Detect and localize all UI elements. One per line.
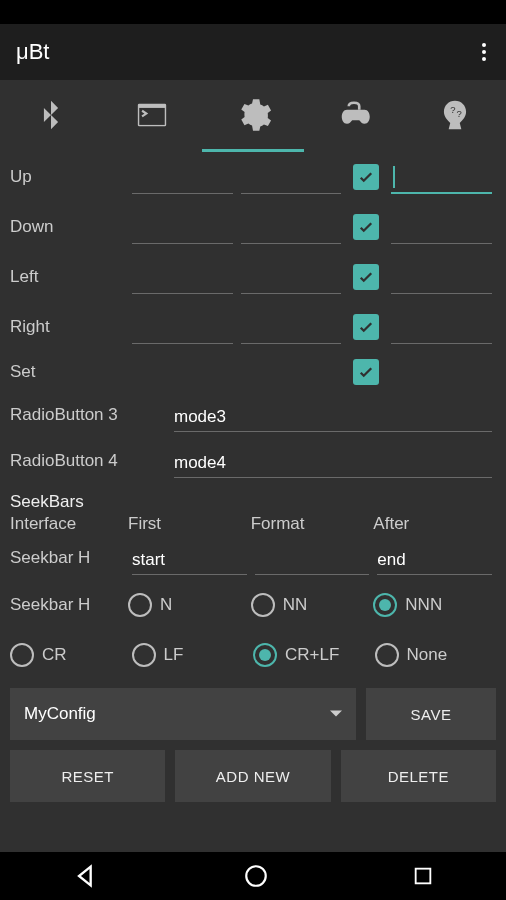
- content: Up Down Left Right Set RadioButton 3 mod…: [0, 152, 506, 802]
- bluetooth-icon: [34, 98, 68, 132]
- row-left-checkbox[interactable]: [353, 264, 379, 290]
- tab-bluetooth[interactable]: [0, 80, 101, 152]
- row-radiobutton4: RadioButton 4 mode4: [10, 438, 496, 484]
- row-left-input[interactable]: [391, 260, 492, 294]
- config-name: MyConfig: [24, 704, 96, 724]
- row-down-checkbox[interactable]: [353, 214, 379, 240]
- radio-crlf[interactable]: CR+LF: [253, 631, 375, 679]
- header-interface: Interface: [10, 514, 128, 534]
- app-title: μBt: [16, 39, 49, 65]
- radio-cr[interactable]: CR: [10, 631, 132, 679]
- row-set: Set: [10, 352, 496, 392]
- radio-n[interactable]: N: [128, 581, 251, 629]
- radio-lf[interactable]: LF: [132, 631, 254, 679]
- radio-nn[interactable]: NN: [251, 581, 374, 629]
- bottom-buttons: Reset Add New Delete: [10, 750, 496, 802]
- seekbar-h2-label: Seekbar H: [10, 595, 128, 615]
- row-seekbar-h2: Seekbar H N NN NNN: [10, 580, 496, 630]
- row-up: Up: [10, 152, 496, 202]
- row-up-input[interactable]: [391, 160, 492, 194]
- row-up-field2[interactable]: [241, 160, 342, 194]
- row-right-input[interactable]: [391, 310, 492, 344]
- delete-button[interactable]: Delete: [341, 750, 496, 802]
- seekbar-h1-format[interactable]: [255, 541, 370, 575]
- tab-settings[interactable]: [202, 80, 303, 152]
- row-up-label: Up: [10, 167, 128, 187]
- row-right: Right: [10, 302, 496, 352]
- row-left-field2[interactable]: [241, 260, 342, 294]
- header-format: Format: [251, 514, 374, 534]
- terminal-icon: [135, 98, 169, 132]
- row-up-field1[interactable]: [132, 160, 233, 194]
- row-left: Left: [10, 252, 496, 302]
- row-right-checkbox[interactable]: [353, 314, 379, 340]
- seekbar-column-headers: Interface First Format After: [10, 512, 496, 536]
- status-bar: [0, 0, 506, 24]
- radio-nnn[interactable]: NNN: [373, 581, 496, 629]
- svg-point-4: [246, 866, 266, 886]
- radiobutton3-value[interactable]: mode3: [174, 398, 492, 432]
- gamepad-icon: [333, 94, 375, 136]
- header-first: First: [128, 514, 251, 534]
- row-radiobutton3: RadioButton 3 mode3: [10, 392, 496, 438]
- tab-terminal[interactable]: [101, 80, 202, 152]
- radiobutton3-label: RadioButton 3: [10, 405, 170, 425]
- settings-icon: [234, 96, 272, 134]
- row-up-checkbox[interactable]: [353, 164, 379, 190]
- save-button[interactable]: Save: [366, 688, 496, 740]
- row-right-field2[interactable]: [241, 310, 342, 344]
- row-right-field1[interactable]: [132, 310, 233, 344]
- svg-rect-5: [416, 869, 431, 884]
- config-row: MyConfig Save: [10, 688, 496, 740]
- row-left-label: Left: [10, 267, 128, 287]
- row-lineend: CR LF CR+LF None: [10, 630, 496, 680]
- row-down-field1[interactable]: [132, 210, 233, 244]
- svg-text:?: ?: [451, 104, 456, 115]
- row-seekbar-h1: Seekbar H start end: [10, 536, 496, 580]
- config-spinner[interactable]: MyConfig: [10, 688, 356, 740]
- row-down: Down: [10, 202, 496, 252]
- addnew-button[interactable]: Add New: [175, 750, 330, 802]
- help-icon: ??: [436, 96, 474, 134]
- recents-icon[interactable]: [412, 865, 434, 887]
- tab-gamepad[interactable]: [304, 80, 405, 152]
- row-left-field1[interactable]: [132, 260, 233, 294]
- radiobutton4-value[interactable]: mode4: [174, 444, 492, 478]
- seekbar-h1-first[interactable]: start: [132, 541, 247, 575]
- overflow-menu-icon[interactable]: [478, 35, 490, 69]
- home-icon[interactable]: [243, 863, 269, 889]
- row-set-checkbox[interactable]: [353, 359, 379, 385]
- seekbar-h1-after[interactable]: end: [377, 541, 492, 575]
- tab-help[interactable]: ??: [405, 80, 506, 152]
- header-after: After: [373, 514, 496, 534]
- seekbar-h1-label: Seekbar H: [10, 548, 128, 568]
- row-down-label: Down: [10, 217, 128, 237]
- row-right-label: Right: [10, 317, 128, 337]
- svg-text:?: ?: [457, 107, 462, 118]
- reset-button[interactable]: Reset: [10, 750, 165, 802]
- seekbars-header: SeekBars: [10, 484, 496, 512]
- tab-bar: ??: [0, 80, 506, 152]
- back-icon[interactable]: [72, 862, 100, 890]
- chevron-down-icon: [330, 708, 342, 720]
- app-bar: μBt: [0, 24, 506, 80]
- navigation-bar: [0, 852, 506, 900]
- row-down-field2[interactable]: [241, 210, 342, 244]
- radio-none[interactable]: None: [375, 631, 497, 679]
- row-set-label: Set: [10, 362, 128, 382]
- row-down-input[interactable]: [391, 210, 492, 244]
- radiobutton4-label: RadioButton 4: [10, 451, 170, 471]
